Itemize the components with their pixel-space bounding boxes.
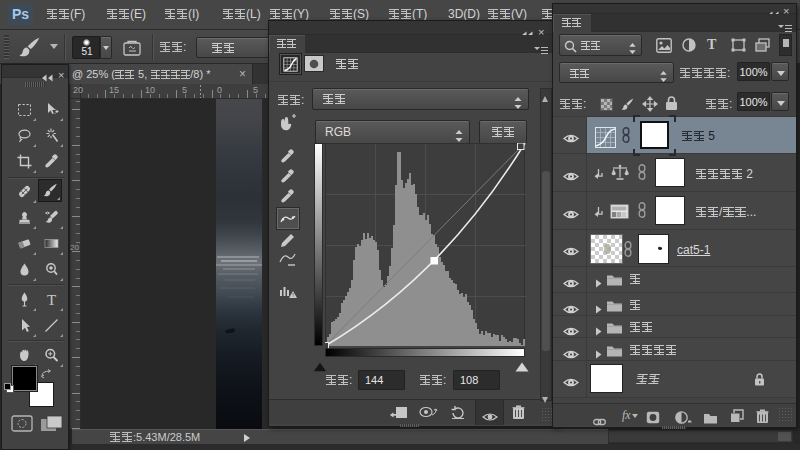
svg-text:T: T	[46, 292, 55, 308]
